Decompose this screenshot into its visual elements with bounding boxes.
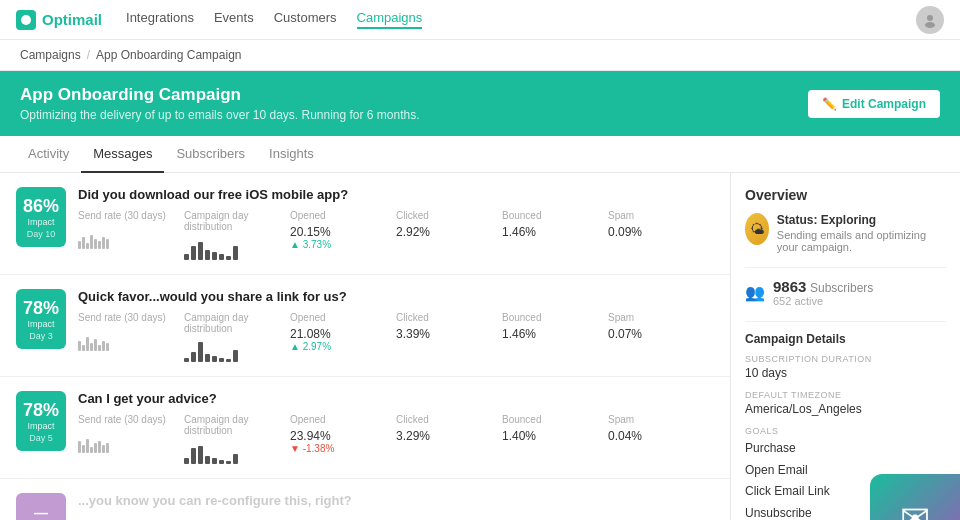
tab-subscribers[interactable]: Subscribers	[164, 136, 257, 173]
svg-point-1	[927, 15, 933, 21]
score-number: —	[34, 505, 48, 520]
bounced-label: Bounced	[502, 414, 608, 425]
message-content: Can I get your advice? Send rate (30 day…	[78, 391, 714, 464]
breadcrumb: Campaigns / App Onboarding Campaign	[0, 40, 960, 71]
dist-col: Campaign day distribution	[184, 414, 290, 464]
opened-label: Opened	[290, 312, 396, 323]
dist-bars	[184, 338, 290, 362]
edit-campaign-button[interactable]: ✏️ Edit Campaign	[808, 90, 940, 118]
goals-key: GOALS	[745, 426, 946, 436]
timezone-val: America/Los_Angeles	[745, 402, 946, 416]
spark-bar	[82, 237, 85, 249]
send-rate-col: Send rate (30 days)	[78, 414, 184, 464]
opened-value: 20.15%	[290, 225, 396, 239]
message-content: ...you know you can re-configure this, r…	[78, 493, 714, 516]
send-rate-label: Send rate (30 days)	[78, 312, 184, 323]
spark-bar	[106, 443, 109, 453]
dist-bar	[205, 250, 210, 260]
tab-insights[interactable]: Insights	[257, 136, 326, 173]
spam-value: 0.09%	[608, 225, 714, 239]
status-text: Status: Exploring	[777, 213, 946, 227]
opened-label: Opened	[290, 414, 396, 425]
breadcrumb-separator: /	[87, 48, 90, 62]
bounced-col: Bounced 1.46%	[502, 210, 608, 260]
spam-value: 0.04%	[608, 429, 714, 443]
opened-delta: ▼ -1.38%	[290, 443, 396, 454]
bounced-label: Bounced	[502, 210, 608, 221]
dist-bar	[219, 358, 224, 362]
svg-point-2	[925, 22, 935, 28]
spark-bar	[98, 441, 101, 453]
score-badge: 78% Impact Day 5	[16, 391, 66, 451]
spark-bar	[86, 337, 89, 351]
spark-bar	[94, 239, 97, 249]
table-row: 86% Impact Day 10 Did you download our f…	[0, 173, 730, 275]
spam-value: 0.07%	[608, 327, 714, 341]
spam-label: Spam	[608, 414, 714, 425]
subscription-duration-val: 10 days	[745, 366, 946, 380]
status-row: 🌤 Status: Exploring Sending emails and o…	[745, 213, 946, 253]
clicked-value: 3.29%	[396, 429, 502, 443]
top-navigation: Optimail Integrations Events Customers C…	[0, 0, 960, 40]
dist-bar	[226, 359, 231, 362]
main-content: 86% Impact Day 10 Did you download our f…	[0, 173, 960, 520]
spark-bar	[106, 343, 109, 351]
spark-bar	[94, 339, 97, 351]
tab-messages[interactable]: Messages	[81, 136, 164, 173]
send-rate-label: Send rate (30 days)	[78, 210, 184, 221]
right-panel: Overview 🌤 Status: Exploring Sending ema…	[730, 173, 960, 520]
svg-point-0	[21, 15, 31, 25]
spark-bar	[90, 235, 93, 249]
tab-activity[interactable]: Activity	[16, 136, 81, 173]
clicked-value: 2.92%	[396, 225, 502, 239]
score-label: Impact	[27, 319, 54, 329]
clicked-col: Clicked 3.39%	[396, 312, 502, 362]
message-title[interactable]: Did you download our free iOS mobile app…	[78, 187, 714, 202]
dist-bar	[212, 252, 217, 260]
spam-col: Spam 0.09%	[608, 210, 714, 260]
nav-integrations[interactable]: Integrations	[126, 10, 194, 29]
spark-bar	[102, 445, 105, 453]
spark-bar	[90, 343, 93, 351]
breadcrumb-root[interactable]: Campaigns	[20, 48, 81, 62]
user-avatar[interactable]	[916, 6, 944, 34]
send-rate-label: Send rate (30 days)	[78, 414, 184, 425]
dist-bar	[191, 246, 196, 260]
spark-bar	[82, 445, 85, 453]
overview-title: Overview	[745, 187, 946, 203]
status-info: Status: Exploring Sending emails and opt…	[777, 213, 946, 253]
subscription-duration-key: SUBSCRIPTION DURATION	[745, 354, 946, 364]
subscribers-active: 652 active	[773, 295, 873, 307]
message-list: 86% Impact Day 10 Did you download our f…	[0, 173, 730, 520]
spark-bar	[98, 345, 101, 351]
table-row: — ...you know you can re-configure this,…	[0, 479, 730, 520]
spark-bar	[78, 341, 81, 351]
opened-delta: ▲ 3.73%	[290, 239, 396, 250]
nav-campaigns[interactable]: Campaigns	[357, 10, 423, 29]
campaign-subtitle: Optimizing the delivery of up to emails …	[20, 108, 420, 122]
spark-bar	[102, 237, 105, 249]
envelope-icon: ✉	[900, 498, 930, 520]
score-number: 78%	[23, 400, 59, 421]
score-badge: 78% Impact Day 3	[16, 289, 66, 349]
status-icon: 🌤	[745, 213, 769, 245]
spark-bar	[98, 241, 101, 249]
clicked-label: Clicked	[396, 312, 502, 323]
clicked-value: 3.39%	[396, 327, 502, 341]
subscribers-icon: 👥	[745, 283, 765, 302]
score-day: Day 3	[29, 331, 53, 341]
message-title[interactable]: Can I get your advice?	[78, 391, 714, 406]
message-title[interactable]: ...you know you can re-configure this, r…	[78, 493, 714, 508]
dist-col: Campaign day distribution	[184, 210, 290, 260]
message-title[interactable]: Quick favor...would you share a link for…	[78, 289, 714, 304]
score-badge: 86% Impact Day 10	[16, 187, 66, 247]
nav-events[interactable]: Events	[214, 10, 254, 29]
dist-bar	[191, 352, 196, 362]
sparkline	[78, 225, 184, 249]
nav-customers[interactable]: Customers	[274, 10, 337, 29]
tabs-bar: Activity Messages Subscribers Insights	[0, 136, 960, 173]
spam-col: Spam 0.07%	[608, 312, 714, 362]
spam-label: Spam	[608, 210, 714, 221]
dist-bar	[233, 350, 238, 362]
subscribers-info: 9863 Subscribers 652 active	[773, 278, 873, 307]
